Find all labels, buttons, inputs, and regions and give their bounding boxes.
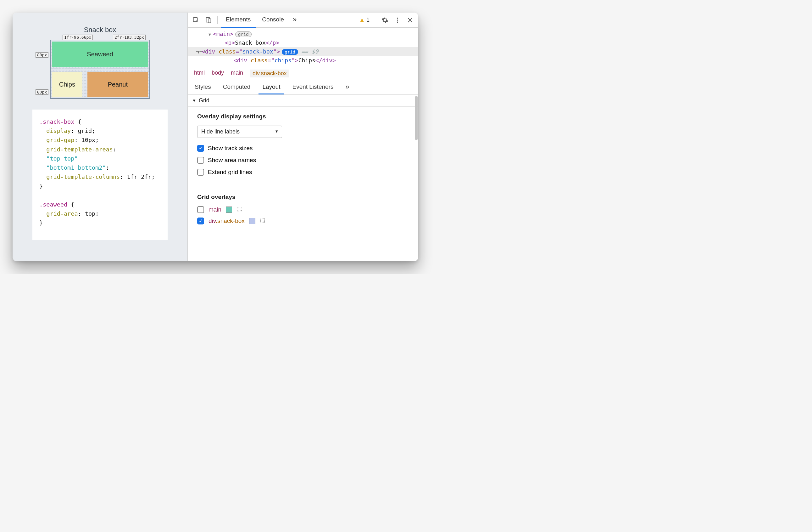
grid-badge-active[interactable]: grid xyxy=(282,49,298,55)
warning-icon: ▲ xyxy=(359,16,365,24)
subtab-layout[interactable]: Layout xyxy=(259,80,284,95)
breadcrumb-item-active[interactable]: div.snack-box xyxy=(250,70,289,78)
toolbar-separator xyxy=(217,16,218,24)
dom-node-main[interactable]: ▼<main>grid xyxy=(208,30,418,38)
svg-rect-2 xyxy=(208,18,211,23)
breadcrumb-item[interactable]: html xyxy=(194,70,205,78)
track-size-label: 2fr·193.32px xyxy=(113,34,146,40)
breadcrumb-item[interactable]: body xyxy=(212,70,224,78)
subtab-styles[interactable]: Styles xyxy=(191,80,215,95)
grid-container: Seaweed Chips Peanut xyxy=(50,40,150,99)
grid-overlays-heading: Grid overlays xyxy=(197,194,409,200)
overlay-settings-heading: Overlay display settings xyxy=(197,113,409,120)
dom-tree[interactable]: ▼<main>grid <p>Snack box</p> ▼<div class… xyxy=(188,28,418,67)
checkbox-checked-icon[interactable]: ✓ xyxy=(197,218,204,224)
checkbox-icon[interactable] xyxy=(197,157,204,164)
reveal-element-icon[interactable] xyxy=(236,206,243,213)
kebab-menu-icon[interactable] xyxy=(392,14,403,26)
grid-cell-seaweed: Seaweed xyxy=(52,42,148,67)
warning-count: 1 xyxy=(366,17,369,23)
css-code-block: .snack-box { display: grid; grid-gap: 10… xyxy=(32,110,168,240)
devtools-toolbar: Elements Console » ▲ 1 xyxy=(188,13,418,28)
more-tabs-icon[interactable]: » xyxy=(290,13,299,28)
svg-point-3 xyxy=(397,17,398,18)
grid-overlay-preview: 1fr·96.66px 2fr·193.32px 80px 80px Seawe… xyxy=(50,40,150,99)
scrollbar-thumb[interactable] xyxy=(415,96,418,140)
layout-panel: ▼ Grid Overlay display settings Hide lin… xyxy=(188,95,418,261)
grid-overlay-main[interactable]: main xyxy=(197,206,409,213)
checkbox-checked-icon[interactable]: ✓ xyxy=(197,145,204,152)
checkbox-icon[interactable] xyxy=(197,206,204,213)
breadcrumb: html body main div.snack-box xyxy=(188,67,418,80)
grid-section-header[interactable]: ▼ Grid xyxy=(188,95,418,107)
grid-overlay-snack-box[interactable]: ✓ div.snack-box xyxy=(197,218,409,224)
grid-overlays-section: Grid overlays main ✓ div.snack-box xyxy=(188,187,418,235)
page-title: Snack box xyxy=(84,26,116,34)
dom-node-chips[interactable]: <div class="chips">Chips</div> xyxy=(208,56,418,65)
track-size-label: 80px xyxy=(35,52,48,58)
breadcrumb-item[interactable]: main xyxy=(231,70,243,78)
more-subtabs-icon[interactable]: » xyxy=(342,80,353,95)
dom-node-p[interactable]: <p>Snack box</p> xyxy=(208,38,418,47)
track-size-label: 80px xyxy=(35,89,48,95)
subtab-event-listeners[interactable]: Event Listeners xyxy=(288,80,337,95)
tab-elements[interactable]: Elements xyxy=(221,13,256,28)
warnings-badge[interactable]: ▲ 1 xyxy=(359,16,369,24)
reveal-element-icon[interactable] xyxy=(260,218,267,224)
track-size-label: 1fr·96.66px xyxy=(62,34,93,40)
gear-icon[interactable] xyxy=(379,14,391,26)
rendered-page-pane: Snack box 1fr·96.66px 2fr·193.32px 80px … xyxy=(13,13,187,261)
grid-cell-chips: Chips xyxy=(52,72,83,97)
grid-badge[interactable]: grid xyxy=(235,31,251,37)
checkbox-icon[interactable] xyxy=(197,169,204,176)
tab-console[interactable]: Console xyxy=(257,13,289,28)
option-extend-grid-lines[interactable]: Extend grid lines xyxy=(197,169,409,176)
svg-point-4 xyxy=(397,19,398,21)
option-show-area-names[interactable]: Show area names xyxy=(197,157,409,164)
styles-subtabs: Styles Computed Layout Event Listeners » xyxy=(188,80,418,95)
close-icon[interactable] xyxy=(404,14,416,26)
svg-point-5 xyxy=(397,22,398,23)
dom-node-snack-box[interactable]: ▼<div class="snack-box">grid== $0 xyxy=(188,47,418,56)
device-toggle-icon[interactable] xyxy=(203,14,214,26)
subtab-computed[interactable]: Computed xyxy=(219,80,255,95)
devtools-window: Snack box 1fr·96.66px 2fr·193.32px 80px … xyxy=(13,13,418,261)
overlay-display-settings: Overlay display settings Hide line label… xyxy=(188,107,418,187)
chevron-down-icon: ▼ xyxy=(192,98,196,103)
color-swatch[interactable] xyxy=(249,218,255,224)
color-swatch[interactable] xyxy=(226,207,232,213)
option-show-track-sizes[interactable]: ✓ Show track sizes xyxy=(197,145,409,152)
grid-cell-peanut: Peanut xyxy=(87,72,148,97)
line-labels-dropdown[interactable]: Hide line labels xyxy=(197,126,282,138)
inspect-element-icon[interactable] xyxy=(190,14,202,26)
devtools-pane: Elements Console » ▲ 1 ▼<main>grid <p>Sn… xyxy=(187,13,418,261)
dollar-zero-ref: == $0 xyxy=(301,48,318,55)
